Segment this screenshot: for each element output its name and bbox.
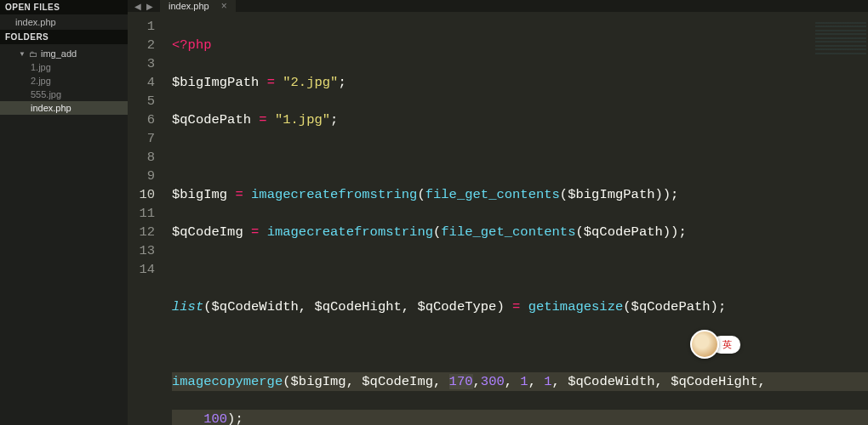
chevron-down-icon: ▼ xyxy=(19,50,26,58)
arrow-right-icon[interactable]: ▶ xyxy=(146,2,153,11)
code-area[interactable]: <?php $bigImgPath = "2.jpg"; $qCodePath … xyxy=(163,12,868,425)
file-item[interactable]: 2.jpg xyxy=(0,74,128,88)
ime-indicator[interactable]: 英 xyxy=(690,330,740,359)
tab-bar: ◀ ▶ index.php × xyxy=(128,0,868,12)
folders-header: FOLDERS xyxy=(0,30,128,44)
sidebar: OPEN FILES index.php FOLDERS ▼ 🗀 img_add… xyxy=(0,0,128,425)
tab-active[interactable]: index.php × xyxy=(160,0,237,12)
folder-label: img_add xyxy=(41,48,77,59)
arrow-left-icon[interactable]: ◀ xyxy=(134,2,141,11)
avatar xyxy=(690,330,719,359)
line-gutter: 1234567891011121314 xyxy=(128,12,163,425)
file-item-active[interactable]: index.php xyxy=(0,101,128,115)
close-icon[interactable]: × xyxy=(221,0,227,12)
folder-icon: 🗀 xyxy=(29,49,37,59)
tab-nav-arrows[interactable]: ◀ ▶ xyxy=(128,0,160,12)
code-editor[interactable]: 1234567891011121314 <?php $bigImgPath = … xyxy=(128,12,868,425)
file-item[interactable]: 555.jpg xyxy=(0,88,128,101)
tab-title: index.php xyxy=(168,1,209,11)
folder-root[interactable]: ▼ 🗀 img_add xyxy=(0,47,128,60)
folder-tree: ▼ 🗀 img_add 1.jpg 2.jpg 555.jpg index.ph… xyxy=(0,44,128,117)
open-file-item[interactable]: index.php xyxy=(0,14,128,30)
open-files-header: OPEN FILES xyxy=(0,0,128,14)
editor-main: ◀ ▶ index.php × 1234567891011121314 <?ph… xyxy=(128,0,868,425)
file-item[interactable]: 1.jpg xyxy=(0,60,128,74)
